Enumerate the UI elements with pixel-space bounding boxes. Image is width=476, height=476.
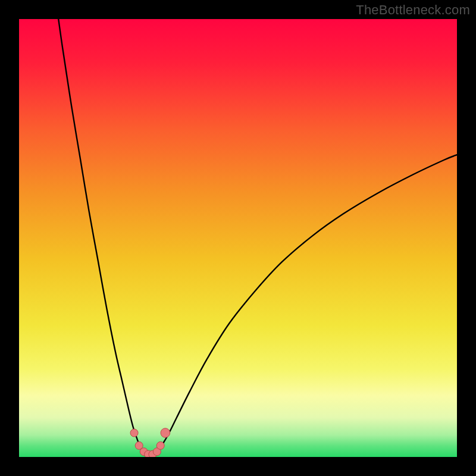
gradient-background xyxy=(19,19,457,457)
valley-marker xyxy=(130,429,138,437)
plot-area xyxy=(19,19,457,457)
bottleneck-chart xyxy=(19,19,457,457)
valley-marker xyxy=(156,441,164,449)
watermark-text: TheBottleneck.com xyxy=(356,2,470,18)
valley-marker xyxy=(161,428,170,438)
chart-frame: TheBottleneck.com xyxy=(0,0,476,476)
